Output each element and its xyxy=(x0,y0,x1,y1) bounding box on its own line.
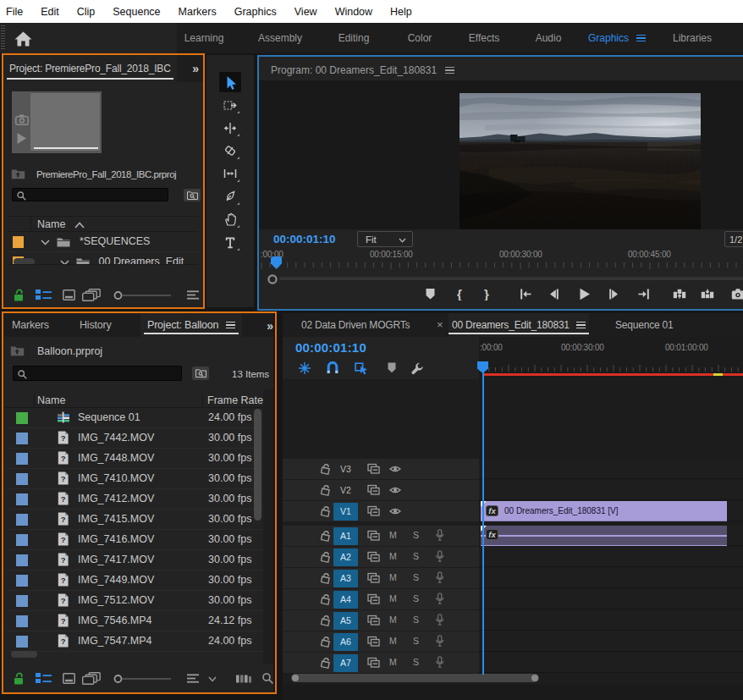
track-content-a2[interactable] xyxy=(479,547,743,567)
workspace-tab-effects[interactable]: Effects xyxy=(469,23,499,53)
tab-project-balloon[interactable]: Project: Balloon xyxy=(140,313,242,337)
project-writable-icon[interactable] xyxy=(14,672,25,685)
audio-clip[interactable]: fx xyxy=(481,526,727,546)
track-output-icon[interactable] xyxy=(389,464,401,474)
search-input[interactable] xyxy=(13,366,182,381)
vertical-scrollbar-thumb[interactable] xyxy=(254,409,261,521)
timeline-hscrollbar-thumb[interactable] xyxy=(291,674,539,682)
find-icon[interactable] xyxy=(262,673,273,684)
video-clip[interactable]: fx00 Dreamers_Edit_180831 [V] xyxy=(481,501,727,521)
track-header-a6[interactable]: A6MS xyxy=(283,631,479,652)
step-back-button[interactable] xyxy=(548,288,561,301)
freeform-view-icon[interactable] xyxy=(82,289,101,301)
track-header-a7[interactable]: A7MS xyxy=(283,653,479,673)
voiceover-record-icon[interactable] xyxy=(434,656,446,669)
sync-lock-icon[interactable] xyxy=(367,551,380,562)
media-row[interactable]: ?IMG_7417.MOV30.00 fps xyxy=(3,550,263,570)
label-swatch[interactable] xyxy=(16,534,28,546)
up-one-level-icon[interactable] xyxy=(10,345,25,356)
track-lock-icon[interactable] xyxy=(321,484,331,496)
find-in-bin-button[interactable] xyxy=(184,189,201,201)
track-content-a7[interactable] xyxy=(479,653,743,673)
expand-chevron-icon[interactable] xyxy=(41,240,50,245)
menu-help[interactable]: Help xyxy=(382,6,421,18)
sync-lock-icon[interactable] xyxy=(367,530,380,541)
menu-sequence[interactable]: Sequence xyxy=(104,6,169,18)
mute-button[interactable]: M xyxy=(389,615,397,625)
nest-as-sequence-button[interactable] xyxy=(298,361,312,376)
media-list-header[interactable]: Name Frame Rate xyxy=(3,394,263,408)
add-marker-button[interactable] xyxy=(424,288,438,301)
track-header-a1[interactable]: A1MS xyxy=(283,526,479,546)
project-writable-icon[interactable] xyxy=(14,289,25,301)
sort-icon[interactable] xyxy=(187,674,199,683)
track-content-v2[interactable] xyxy=(479,480,743,500)
track-name-a4[interactable]: A4 xyxy=(333,591,358,609)
scrollbar-handle-left[interactable] xyxy=(292,675,299,681)
timeline-playhead-line[interactable] xyxy=(482,372,484,675)
label-swatch[interactable] xyxy=(16,595,28,607)
label-swatch[interactable] xyxy=(16,514,28,526)
timeline-timecode[interactable]: 00:00:01:10 xyxy=(295,340,366,355)
track-header-a4[interactable]: A4MS xyxy=(283,589,479,609)
track-header-a2[interactable]: A2MS xyxy=(283,547,479,567)
voiceover-record-icon[interactable] xyxy=(434,635,446,648)
track-content-v3[interactable] xyxy=(479,459,743,479)
track-content-a3[interactable] xyxy=(479,568,743,588)
track-header-a5[interactable]: A5MS xyxy=(283,610,479,631)
track-output-icon[interactable] xyxy=(389,506,401,516)
label-swatch[interactable] xyxy=(16,493,28,505)
timeline-tab-sequence-01[interactable]: Sequence 01 xyxy=(608,313,680,337)
label-swatch[interactable] xyxy=(16,636,28,648)
close-tab-icon[interactable]: × xyxy=(437,318,443,331)
label-swatch[interactable] xyxy=(16,575,28,587)
icon-view-icon[interactable] xyxy=(63,673,75,684)
voiceover-record-icon[interactable] xyxy=(434,529,446,542)
lift-button[interactable] xyxy=(673,288,686,301)
track-name-a1[interactable]: A1 xyxy=(333,527,358,545)
sync-lock-icon[interactable] xyxy=(367,463,380,474)
solo-button[interactable]: S xyxy=(413,657,419,667)
add-marker-button[interactable] xyxy=(385,361,399,376)
tab-history[interactable]: History xyxy=(71,313,120,337)
timeline-settings-button[interactable] xyxy=(410,361,425,376)
home-button[interactable] xyxy=(11,29,35,48)
media-row[interactable]: ?IMG_7410.MOV30.00 fps xyxy=(3,469,263,489)
menu-window[interactable]: Window xyxy=(327,6,382,18)
menu-clip[interactable]: Clip xyxy=(69,6,105,18)
sync-lock-icon[interactable] xyxy=(367,636,380,647)
solo-button[interactable]: S xyxy=(413,593,419,604)
track-output-icon[interactable] xyxy=(389,485,401,495)
zoom-slider[interactable] xyxy=(113,674,173,684)
workspace-tab-libraries[interactable]: Libraries xyxy=(673,23,712,53)
menu-file[interactable]: File xyxy=(0,6,32,18)
freeform-view-icon[interactable] xyxy=(82,672,101,685)
panel-gripper[interactable] xyxy=(1,25,5,49)
workspace-tab-graphics[interactable]: Graphics xyxy=(588,23,646,53)
horizontal-scrollbar-thumb[interactable] xyxy=(14,258,35,265)
bin-row[interactable]: 00 Dreamers_Edit xyxy=(8,252,198,265)
expand-chevron-icon[interactable] xyxy=(60,260,69,265)
linked-selection-button[interactable] xyxy=(355,361,369,376)
workspace-tab-editing[interactable]: Editing xyxy=(338,23,370,53)
mute-button[interactable]: M xyxy=(389,636,397,646)
program-time-ruler[interactable]: :00:0000:00:15:0000:00:30:0000:00:45:00 xyxy=(259,248,743,272)
track-name-v3[interactable]: V3 xyxy=(333,460,358,478)
solo-button[interactable]: S xyxy=(413,551,419,561)
track-name-a2[interactable]: A2 xyxy=(333,548,358,566)
go-to-in-button[interactable] xyxy=(519,288,532,301)
track-header-v2[interactable]: V2 xyxy=(283,480,479,500)
sync-lock-icon[interactable] xyxy=(367,615,380,626)
search-input[interactable] xyxy=(12,188,168,201)
solo-button[interactable]: S xyxy=(413,615,419,625)
solo-button[interactable]: S xyxy=(413,572,419,582)
snap-button[interactable] xyxy=(326,361,340,376)
icon-view-icon[interactable] xyxy=(63,289,75,300)
track-name-a3[interactable]: A3 xyxy=(333,570,358,587)
label-swatch[interactable] xyxy=(16,473,28,485)
sync-lock-icon[interactable] xyxy=(367,657,380,668)
track-lock-icon[interactable] xyxy=(321,615,331,626)
label-swatch[interactable] xyxy=(16,453,28,465)
playback-resolution-select[interactable]: 1/2 xyxy=(724,231,743,247)
mute-button[interactable]: M xyxy=(389,657,397,667)
